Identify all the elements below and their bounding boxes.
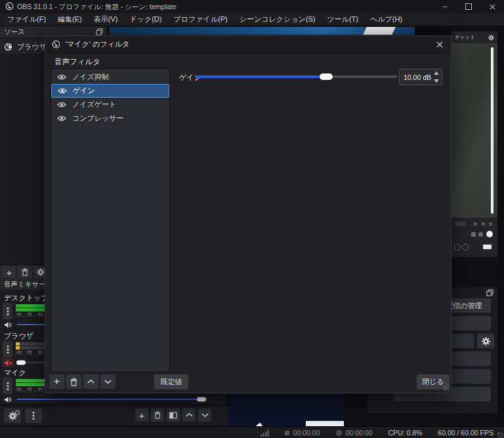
window-titlebar: OBS 31.0.1 - プロファイル: 無題 - シーン: template … bbox=[0, 0, 504, 13]
advanced-audio-gear-button[interactable] bbox=[4, 408, 21, 423]
gain-value-input[interactable]: 10.00 dB bbox=[399, 69, 442, 85]
menu-scene-collection[interactable]: シーンコレクション(S) bbox=[234, 13, 322, 26]
remove-filter-button[interactable] bbox=[66, 374, 81, 389]
filters-dialog: 'マイク' のフィルタ 音声フィルタ ノイズ抑制 ゲイン ノイズゲート コンプレ… bbox=[45, 35, 452, 393]
chat-label-chip bbox=[483, 245, 492, 249]
chat-chip bbox=[482, 222, 485, 226]
filter-item-gain[interactable]: ゲイン bbox=[51, 84, 169, 98]
popout-icon[interactable] bbox=[96, 28, 103, 35]
maximize-button[interactable] bbox=[457, 0, 480, 13]
chat-controls bbox=[452, 218, 497, 257]
spinner-up-icon[interactable] bbox=[434, 71, 439, 75]
volume-slider-handle[interactable] bbox=[197, 397, 206, 402]
obs-logo-icon bbox=[5, 2, 14, 10]
mixer-kebab-button[interactable] bbox=[3, 341, 12, 357]
popout-icon[interactable] bbox=[486, 289, 494, 296]
chat-scrollbar[interactable] bbox=[491, 47, 494, 214]
gain-slider-handle[interactable] bbox=[320, 73, 333, 80]
chat-gear-icon bbox=[488, 35, 494, 41]
chat-icon bbox=[471, 232, 476, 237]
filter-item-label: コンプレッサー bbox=[72, 113, 124, 123]
remove-button[interactable] bbox=[151, 408, 164, 422]
right-edge-strip bbox=[497, 26, 504, 426]
filter-item-noise-gate[interactable]: ノイズゲート bbox=[51, 98, 169, 111]
network-status bbox=[253, 427, 277, 438]
mute-button-muted[interactable] bbox=[2, 358, 14, 367]
bottom-center-toolbar: + bbox=[131, 406, 227, 426]
minimize-button[interactable]: – bbox=[433, 0, 457, 13]
chat-chip bbox=[474, 222, 477, 226]
chat-header: チャット bbox=[452, 31, 497, 43]
add-filter-button[interactable]: + bbox=[49, 374, 64, 389]
gain-slider[interactable] bbox=[195, 70, 397, 83]
volume-slider-handle[interactable] bbox=[16, 361, 26, 365]
filter-item-compressor[interactable]: コンプレッサー bbox=[51, 111, 169, 125]
filter-item-label: ノイズ抑制 bbox=[72, 72, 109, 82]
add-button[interactable]: + bbox=[135, 408, 148, 422]
logo-detail bbox=[306, 421, 344, 426]
stream-status: 00:00:00 bbox=[328, 427, 381, 438]
dialog-close-icon[interactable] bbox=[434, 39, 446, 50]
menu-edit[interactable]: 編集(E) bbox=[52, 13, 88, 26]
menu-help[interactable]: ヘルプ(H) bbox=[364, 13, 408, 26]
menu-docks[interactable]: ドック(D) bbox=[123, 13, 167, 26]
menu-tools[interactable]: ツール(T) bbox=[321, 13, 364, 26]
chat-icon bbox=[454, 244, 461, 250]
eye-icon[interactable] bbox=[58, 88, 67, 94]
chat-chip bbox=[489, 222, 492, 226]
obs-logo-icon bbox=[52, 40, 60, 49]
signal-bars-icon bbox=[261, 429, 269, 437]
controls-gear-button[interactable] bbox=[477, 334, 494, 348]
mute-button[interactable] bbox=[2, 320, 14, 329]
mixer-name: ブラウザ bbox=[4, 331, 33, 341]
eye-icon[interactable] bbox=[57, 74, 66, 80]
dialog-resize-grip[interactable] bbox=[444, 386, 450, 391]
defaults-button-label: 既定値 bbox=[161, 377, 182, 387]
menu-bar: ファイル(F) 編集(E) 表示(V) ドック(D) プロファイル(P) シーン… bbox=[0, 13, 504, 26]
volume-slider[interactable] bbox=[17, 396, 207, 403]
remove-source-button[interactable] bbox=[18, 266, 32, 278]
menu-view[interactable]: 表示(V) bbox=[88, 13, 124, 26]
record-time: 00:00:00 bbox=[293, 429, 320, 437]
spinner-down-icon[interactable] bbox=[434, 79, 439, 83]
defaults-button[interactable]: 既定値 bbox=[154, 374, 188, 389]
scene-banner-highlight bbox=[363, 27, 396, 35]
add-source-button[interactable]: + bbox=[3, 266, 16, 278]
chat-send-button[interactable] bbox=[486, 231, 493, 237]
mixer-kebab-button[interactable] bbox=[3, 303, 12, 319]
window-resize-grip[interactable] bbox=[497, 432, 503, 438]
eye-icon[interactable] bbox=[57, 102, 66, 108]
fps-indicator: 60.00 / 60.00 FPS bbox=[430, 427, 504, 438]
fps-text: 60.00 / 60.00 FPS bbox=[438, 429, 494, 437]
mixer-name: マイク bbox=[4, 368, 26, 378]
chat-icon bbox=[478, 232, 483, 237]
obs-main-window: OBS 31.0.1 - プロファイル: 無題 - シーン: template … bbox=[0, 0, 504, 438]
cpu-text: CPU: 0.8% bbox=[388, 429, 422, 437]
dialog-title: 'マイク' のフィルタ bbox=[66, 39, 129, 49]
sources-dock-title: ソース bbox=[4, 28, 25, 37]
close-button-label: 閉じる bbox=[422, 377, 444, 387]
move-up-button[interactable] bbox=[182, 408, 196, 422]
gain-slider-fill bbox=[195, 75, 326, 78]
record-status: 00:00:00 bbox=[277, 427, 328, 438]
dialog-section-header: 音声フィルタ bbox=[54, 57, 100, 67]
move-down-button[interactable] bbox=[198, 408, 211, 422]
close-window-button[interactable] bbox=[480, 0, 504, 13]
filter-down-button[interactable] bbox=[100, 374, 116, 389]
source-item-label: ブラウザ bbox=[17, 42, 47, 52]
chat-icon bbox=[462, 244, 469, 250]
window-title: OBS 31.0.1 - プロファイル: 無題 - シーン: template bbox=[17, 0, 176, 13]
gain-spinner[interactable] bbox=[433, 71, 440, 83]
mixer-options-kebab-button[interactable] bbox=[25, 408, 42, 423]
panel-icon-button[interactable] bbox=[167, 408, 180, 422]
filter-up-button[interactable] bbox=[83, 374, 98, 389]
mute-button[interactable] bbox=[2, 395, 14, 404]
eye-icon[interactable] bbox=[57, 115, 66, 121]
chat-chip bbox=[455, 222, 465, 226]
menu-profile[interactable]: プロファイル(P) bbox=[167, 13, 233, 26]
filter-item-noise-suppression[interactable]: ノイズ抑制 bbox=[51, 70, 169, 84]
record-icon bbox=[285, 431, 289, 435]
mixer-kebab-button[interactable] bbox=[3, 378, 12, 394]
filter-list: ノイズ抑制 ゲイン ノイズゲート コンプレッサー bbox=[51, 68, 170, 372]
menu-file[interactable]: ファイル(F) bbox=[1, 13, 52, 26]
